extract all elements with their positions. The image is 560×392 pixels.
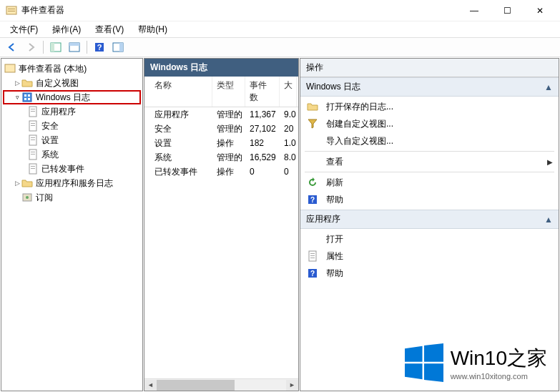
collapse-icon[interactable]: ▲ (544, 215, 553, 225)
show-tree-button[interactable] (48, 39, 64, 55)
log-icon (27, 134, 39, 146)
svg-rect-2 (8, 11, 15, 11)
minimize-button[interactable]: — (466, 4, 483, 18)
watermark: Win10之家 www.win10xitong.com (405, 343, 547, 382)
menu-help[interactable]: 帮助(H) (132, 22, 173, 37)
scroll-left-icon[interactable]: ◄ (144, 380, 157, 391)
tree-subscriptions[interactable]: 订阅 (3, 190, 141, 205)
refresh-icon (306, 177, 319, 188)
maximize-button[interactable]: ☐ (498, 4, 516, 18)
action-help-2[interactable]: ? 帮助 (300, 265, 559, 282)
back-button[interactable] (4, 39, 20, 55)
tree-application[interactable]: 应用程序 (3, 104, 141, 119)
tree-security[interactable]: 安全 (3, 119, 141, 133)
action-view[interactable]: 查看 ▶ (300, 153, 559, 170)
tree-root[interactable]: 事件查看器 (本地) (3, 62, 141, 76)
watermark-url: www.win10xitong.com (451, 372, 547, 381)
list-row[interactable]: 已转发事件操作00 (144, 165, 298, 179)
section-title: 应用程序 (306, 213, 340, 225)
tree-label: 事件查看器 (本地) (19, 63, 87, 75)
action-refresh[interactable]: 刷新 (300, 174, 559, 191)
svg-text:?: ? (310, 270, 315, 278)
cell-size: 0 (280, 165, 297, 178)
svg-rect-19 (31, 111, 35, 112)
event-viewer-icon (4, 63, 16, 74)
cell-size: 1.0 (280, 137, 297, 150)
help-button[interactable]: ? (92, 39, 107, 55)
log-icon (27, 149, 39, 160)
blank-icon (306, 135, 319, 147)
menu-view[interactable]: 查看(V) (89, 22, 129, 37)
cell-size: 20 (280, 122, 297, 135)
separator (305, 151, 554, 152)
column-size[interactable]: 大 (280, 77, 297, 107)
action-open-saved-log[interactable]: 打开保存的日志... (300, 98, 559, 115)
svg-text:?: ? (97, 43, 102, 52)
action-create-custom-view[interactable]: 创建自定义视图... (300, 115, 559, 132)
svg-rect-28 (31, 154, 35, 155)
toolbar-separator (87, 41, 87, 54)
horizontal-scrollbar[interactable]: ◄ ► (144, 378, 298, 391)
section-title: Windows 日志 (306, 81, 360, 93)
show-list-button[interactable] (67, 39, 82, 55)
subscription-icon (21, 192, 33, 203)
collapse-icon[interactable]: ▷ (13, 79, 21, 87)
tree-label: 系统 (41, 149, 59, 161)
tree-custom-views[interactable]: ▷ 自定义视图 (3, 76, 141, 90)
action-label: 帮助 (326, 194, 343, 206)
windows-logo-icon (405, 343, 443, 382)
tree-forwarded[interactable]: 已转发事件 (3, 162, 141, 176)
action-label: 帮助 (326, 268, 343, 280)
column-name[interactable]: 名称 (144, 77, 212, 107)
svg-rect-15 (24, 98, 26, 100)
column-count[interactable]: 事件数 (245, 77, 280, 107)
svg-rect-10 (119, 43, 123, 52)
section-application[interactable]: 应用程序 ▲ (300, 210, 559, 229)
cell-name: 应用程序 (144, 107, 212, 122)
cell-name: 安全 (144, 122, 212, 137)
action-properties[interactable]: 属性 (300, 248, 559, 265)
cell-count: 182 (245, 137, 280, 150)
cell-type: 操作 (212, 136, 245, 151)
action-open[interactable]: 打开 (300, 230, 559, 248)
svg-rect-39 (310, 258, 315, 258)
tree-label: 已转发事件 (41, 163, 84, 175)
cell-type: 管理的 (212, 150, 245, 165)
collapse-icon[interactable]: ▷ (13, 180, 21, 187)
tree-windows-logs[interactable]: ▿ Windows 日志 (3, 90, 141, 104)
svg-point-33 (26, 196, 29, 199)
forward-button[interactable] (23, 39, 39, 55)
menu-file[interactable]: 文件(F) (4, 22, 44, 37)
action-help[interactable]: ? 帮助 (300, 191, 559, 208)
close-button[interactable]: ✕ (531, 4, 549, 18)
tree-system[interactable]: 系统 (3, 147, 141, 162)
svg-rect-4 (51, 43, 54, 52)
tree-pane: 事件查看器 (本地) ▷ 自定义视图 ▿ Windows 日志 应用程序 安全 (1, 58, 143, 391)
scroll-right-icon[interactable]: ► (286, 380, 298, 391)
action-label: 导入自定义视图... (326, 135, 393, 147)
action-import-custom-view[interactable]: 导入自定义视图... (300, 132, 559, 150)
list-row[interactable]: 应用程序管理的11,3679.0 (144, 107, 298, 122)
svg-rect-1 (8, 9, 15, 9)
app-icon (6, 5, 17, 16)
folder-icon (21, 177, 33, 189)
svg-rect-25 (31, 139, 35, 140)
list-row[interactable]: 安全管理的27,10220 (144, 122, 298, 136)
cell-count: 0 (245, 165, 280, 178)
extra-button[interactable] (110, 39, 126, 55)
svg-rect-22 (31, 125, 35, 126)
action-label: 打开 (326, 233, 343, 245)
column-type[interactable]: 类型 (212, 77, 245, 107)
separator (305, 172, 554, 172)
scroll-thumb[interactable] (157, 380, 235, 391)
svg-rect-37 (310, 253, 315, 254)
expand-icon[interactable]: ▿ (13, 94, 21, 101)
menu-action[interactable]: 操作(A) (46, 22, 87, 37)
list-row[interactable]: 系统管理的16,5298.0 (144, 150, 298, 165)
collapse-icon[interactable]: ▲ (544, 82, 553, 92)
tree-app-services[interactable]: ▷ 应用程序和服务日志 (3, 176, 141, 190)
cell-count: 27,102 (245, 122, 280, 135)
tree-setup[interactable]: 设置 (3, 133, 141, 147)
list-row[interactable]: 设置操作1821.0 (144, 136, 298, 150)
section-windows-logs[interactable]: Windows 日志 ▲ (300, 77, 559, 97)
